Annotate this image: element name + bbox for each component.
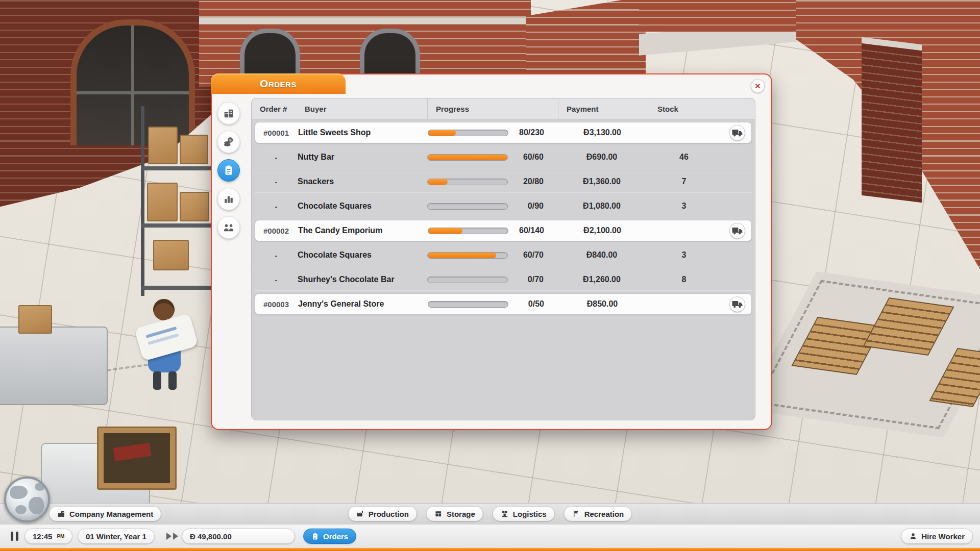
item-dash: - [255, 178, 298, 186]
toolbar: Company Management Production Storage Lo… [0, 503, 980, 524]
hire-worker-button[interactable]: Hire Worker [901, 529, 973, 544]
sidebar-item-finance[interactable]: $ [217, 131, 240, 153]
game-viewport: Orders ✕ $ Order # Buyer [0, 0, 980, 551]
order-buyer: Jenny's General Store [298, 299, 428, 309]
factory-icon [356, 510, 364, 518]
sidebar-item-stats[interactable] [217, 188, 240, 210]
cardboard-box [180, 135, 208, 164]
pause-button[interactable] [7, 531, 21, 541]
item-dash: - [255, 153, 298, 162]
deliver-button[interactable] [729, 223, 745, 239]
truck-icon [732, 227, 743, 235]
item-payment: Đ840.00 [557, 251, 647, 260]
header-actions [724, 98, 755, 119]
order-row[interactable]: #00001 Little Sweets Shop 80/230 Đ3,130.… [255, 122, 752, 143]
worker-character [131, 299, 202, 396]
sidebar-item-staff[interactable] [217, 216, 240, 239]
order-id: #00001 [255, 129, 298, 137]
shelving-rack [141, 106, 217, 296]
open-cardboard-box [97, 427, 177, 490]
build-menu: Production Storage Logistics Recreation [348, 506, 632, 521]
order-row[interactable]: #00002 The Candy Emporium 60/140 Đ2,100.… [255, 220, 752, 241]
product [113, 443, 152, 461]
item-stock: 46 [647, 153, 721, 162]
globe-button[interactable] [4, 477, 50, 522]
sidebar-item-orders[interactable] [217, 159, 240, 182]
progress-bar [428, 301, 508, 308]
item-progress: 0/70 [427, 275, 557, 284]
order-id: #00003 [255, 300, 298, 309]
fast-forward-icon [173, 533, 178, 540]
globe-icon [35, 483, 45, 491]
fast-forward-icon [166, 533, 172, 540]
item-payment: Đ1,360.00 [557, 177, 647, 186]
rack-shelf [141, 166, 217, 170]
item-stock: 3 [647, 251, 721, 260]
progress-bar [427, 154, 508, 161]
item-payment: Đ1,260.00 [557, 275, 647, 284]
logistics-label: Logistics [513, 510, 547, 518]
speed-button[interactable] [166, 533, 178, 540]
company-management-label: Company Management [69, 510, 153, 518]
date-value: 01 Winter, Year 1 [86, 532, 146, 541]
deliver-button[interactable] [729, 125, 745, 141]
orders-taskbar-button[interactable]: Orders [303, 529, 356, 544]
progress-label: 60/70 [508, 251, 557, 260]
progress-bar [428, 130, 508, 136]
truck-icon [732, 300, 743, 308]
item-name: Chocolate Squares [298, 202, 427, 211]
item-stock: 7 [647, 177, 721, 186]
item-dash: - [255, 251, 298, 260]
item-progress: 60/70 [427, 251, 557, 260]
table-header: Order # Buyer Progress Payment Stock [252, 98, 755, 119]
storage-button[interactable]: Storage [426, 506, 483, 521]
item-name: Chocolate Squares [298, 251, 427, 260]
status-bar: 12:45PM 01 Winter, Year 1 Đ 49,800.00 Or… [0, 524, 980, 548]
cardboard-box [148, 127, 178, 164]
people-icon [223, 222, 234, 233]
window-title-tab: Orders [211, 73, 346, 94]
orders-window: Orders ✕ $ Order # Buyer [211, 73, 772, 430]
person-icon [909, 532, 917, 540]
production-label: Production [369, 510, 409, 518]
sugar-bag [134, 313, 199, 361]
order-item-row: - Nutty Bar 60/60 Đ690.00 46 [255, 146, 752, 168]
progress-label: 20/80 [508, 177, 557, 186]
worker-head [153, 299, 175, 320]
company-management-button[interactable]: Company Management [49, 506, 161, 521]
production-button[interactable]: Production [348, 506, 417, 521]
order-row[interactable]: #00003 Jenny's General Store 0/50 Đ850.0… [255, 293, 752, 315]
item-name: Nutty Bar [298, 153, 427, 162]
cardboard-box [153, 240, 189, 270]
progress-label: 60/140 [508, 226, 557, 235]
rack-post [141, 106, 144, 296]
order-buyer: The Candy Emporium [298, 226, 428, 235]
recreation-button[interactable]: Recreation [564, 506, 632, 521]
item-stock: 8 [647, 275, 721, 284]
progress-bar [427, 203, 508, 210]
header-progress: Progress [427, 98, 558, 119]
deliver-button[interactable] [729, 296, 745, 312]
progress-bar [428, 228, 508, 234]
logistics-button[interactable]: Logistics [493, 506, 555, 521]
order-buyer: Little Sweets Shop [298, 128, 428, 137]
close-button[interactable]: ✕ [751, 79, 765, 93]
order-progress: 80/230 [428, 128, 557, 137]
header-order-number: Order # [252, 98, 297, 119]
order-payment: Đ2,100.00 [557, 226, 647, 235]
bottom-accent-strip [0, 548, 980, 551]
pause-icon [11, 532, 13, 541]
pallet-icon [501, 510, 509, 518]
progress-bar [427, 252, 508, 259]
crate-icon [434, 510, 443, 518]
order-item-row: - Snackers 20/80 Đ1,360.00 7 [255, 171, 752, 192]
sidebar-item-company[interactable] [217, 102, 240, 124]
item-name: Snackers [298, 177, 427, 186]
order-item-row: - Chocolate Squares 60/70 Đ840.00 3 [255, 244, 752, 266]
clock-display: 12:45PM [24, 529, 72, 544]
order-id: #00002 [255, 227, 298, 235]
money-value: Đ 49,800.00 [190, 532, 232, 541]
buildings-icon [223, 108, 234, 119]
rack-shelf [141, 223, 217, 228]
orders-taskbar-label: Orders [323, 532, 348, 541]
